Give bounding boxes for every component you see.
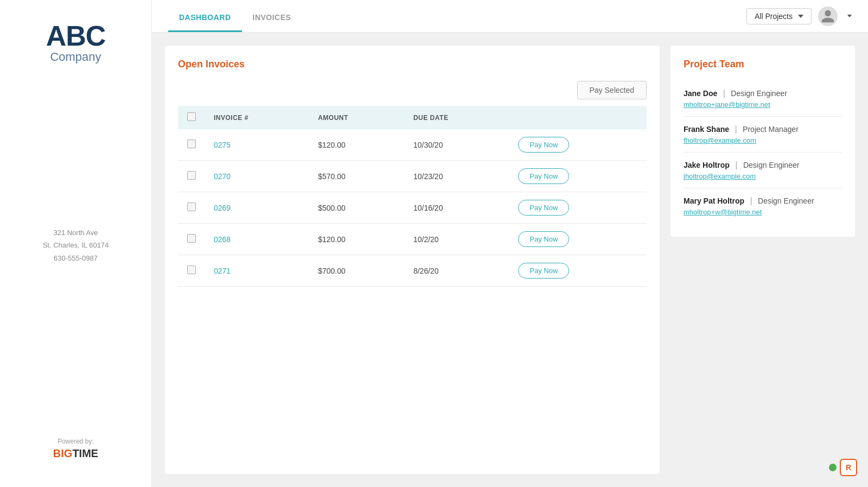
invoice-number-cell: 0275 [205, 129, 309, 161]
member-name: Jake Holtrop [684, 161, 730, 169]
table-row: 0275 $120.00 10/30/20 Pay Now [178, 129, 647, 161]
member-role: Design Engineer [743, 161, 800, 169]
row-checkbox-cell [178, 224, 205, 255]
row-checkbox-4[interactable] [187, 265, 196, 274]
chat-widget: R [829, 459, 857, 476]
pay-now-button[interactable]: Pay Now [518, 200, 569, 216]
amount-cell: $500.00 [309, 192, 405, 224]
invoice-number-link[interactable]: 0275 [214, 141, 231, 149]
invoice-tbody: 0275 $120.00 10/30/20 Pay Now 0270 $570.… [178, 129, 647, 287]
pay-now-button[interactable]: Pay Now [518, 137, 569, 153]
address-line1: 321 North Ave [53, 229, 98, 237]
due-date-cell: 10/30/20 [405, 129, 509, 161]
member-separator: | [723, 88, 725, 98]
member-email[interactable]: mholtrop+jane@bigtime.net [684, 100, 842, 109]
member-role: Design Engineer [758, 197, 814, 205]
address-line2: St. Charles, IL 60174 [43, 241, 109, 249]
row-checkbox-3[interactable] [187, 234, 196, 243]
due-date-cell: 10/16/20 [405, 192, 509, 224]
powered-by-label: Powered by: [53, 438, 98, 445]
header-checkbox-col [178, 106, 205, 129]
project-team-panel: Project Team Jane Doe | Design Engineer … [671, 46, 855, 237]
address-phone: 630-555-0987 [54, 254, 98, 262]
bigtime-logo: BIGTIME [53, 447, 98, 460]
action-cell: Pay Now [509, 192, 647, 224]
row-checkbox-cell [178, 129, 205, 161]
due-date-cell: 8/26/20 [405, 255, 509, 287]
due-date-cell: 10/2/20 [405, 224, 509, 255]
main-content: DASHBOARD INVOICES All Projects Open Inv… [152, 0, 868, 487]
project-team-title: Project Team [684, 59, 842, 70]
pay-now-button[interactable]: Pay Now [518, 168, 569, 184]
member-role: Project Manager [743, 125, 799, 134]
bigtime-big-text: BIG [53, 447, 73, 459]
row-checkbox-0[interactable] [187, 140, 196, 148]
powered-by: Powered by: BIGTIME [53, 438, 98, 476]
content-area: Open Invoices Pay Selected INVOICE # AMO… [152, 33, 868, 487]
row-checkbox-2[interactable] [187, 203, 196, 211]
action-cell: Pay Now [509, 129, 647, 161]
team-member: Mary Pat Holtrop | Design Engineer mholt… [684, 188, 842, 224]
invoice-number-cell: 0270 [205, 161, 309, 192]
chat-status-dot [829, 464, 837, 471]
invoice-number-cell: 0268 [205, 224, 309, 255]
member-email[interactable]: mholtrop+w@bigtime.net [684, 208, 842, 216]
header-action [509, 106, 647, 129]
member-role: Design Engineer [731, 89, 787, 98]
table-row: 0271 $700.00 8/26/20 Pay Now [178, 255, 647, 287]
member-name-row: Frank Shane | Project Manager [684, 124, 842, 134]
nav-tabs: DASHBOARD INVOICES [152, 0, 302, 32]
avatar[interactable] [818, 7, 838, 26]
sidebar: ABC Company 321 North Ave St. Charles, I… [0, 0, 152, 487]
bigtime-time-text: TIME [72, 447, 98, 459]
user-icon [820, 9, 835, 24]
action-cell: Pay Now [509, 255, 647, 287]
chat-icon: R [846, 463, 851, 472]
team-member: Jane Doe | Design Engineer mholtrop+jane… [684, 81, 842, 117]
invoice-number-link[interactable]: 0268 [214, 235, 231, 244]
chat-icon-button[interactable]: R [840, 459, 857, 476]
invoice-number-cell: 0271 [205, 255, 309, 287]
logo-abc: ABC [46, 22, 106, 50]
pay-selected-button[interactable]: Pay Selected [577, 81, 647, 99]
member-separator: | [735, 124, 737, 134]
pay-now-button[interactable]: Pay Now [518, 231, 569, 247]
table-row: 0269 $500.00 10/16/20 Pay Now [178, 192, 647, 224]
member-email[interactable]: fholtrop@example.com [684, 136, 842, 144]
header-due-date: DUE DATE [405, 106, 509, 129]
header-amount: AMOUNT [309, 106, 405, 129]
member-name: Frank Shane [684, 125, 729, 134]
member-name-row: Jake Holtrop | Design Engineer [684, 160, 842, 170]
row-checkbox-1[interactable] [187, 171, 196, 180]
invoice-number-link[interactable]: 0270 [214, 172, 231, 181]
amount-cell: $700.00 [309, 255, 405, 287]
select-all-checkbox[interactable] [187, 112, 196, 121]
logo-container: ABC Company [46, 22, 106, 64]
top-bar-right: All Projects [746, 7, 852, 26]
member-name: Jane Doe [684, 89, 717, 98]
amount-cell: $570.00 [309, 161, 405, 192]
amount-cell: $120.00 [309, 129, 405, 161]
invoice-table: INVOICE # AMOUNT DUE DATE 0275 $120.00 1… [178, 106, 647, 287]
row-checkbox-cell [178, 161, 205, 192]
member-name-row: Mary Pat Holtrop | Design Engineer [684, 196, 842, 206]
project-selector[interactable]: All Projects [746, 8, 812, 24]
chevron-down-icon [798, 15, 803, 18]
company-address: 321 North Ave St. Charles, IL 60174 630-… [43, 226, 109, 275]
team-member: Jake Holtrop | Design Engineer jholtrop@… [684, 153, 842, 188]
pay-now-button[interactable]: Pay Now [518, 263, 569, 279]
due-date-cell: 10/23/20 [405, 161, 509, 192]
member-separator: | [750, 196, 752, 205]
logo-company: Company [46, 50, 106, 64]
tab-dashboard[interactable]: DASHBOARD [168, 13, 242, 32]
table-row: 0268 $120.00 10/2/20 Pay Now [178, 224, 647, 255]
tab-invoices[interactable]: INVOICES [242, 13, 302, 32]
invoice-number-link[interactable]: 0271 [214, 267, 231, 275]
pay-selected-row: Pay Selected [178, 81, 647, 99]
member-email[interactable]: jholtrop@example.com [684, 172, 842, 180]
table-header: INVOICE # AMOUNT DUE DATE [178, 106, 647, 129]
user-dropdown-icon[interactable] [847, 15, 852, 17]
invoice-number-link[interactable]: 0269 [214, 204, 231, 212]
invoice-panel: Open Invoices Pay Selected INVOICE # AMO… [165, 46, 660, 474]
table-row: 0270 $570.00 10/23/20 Pay Now [178, 161, 647, 192]
